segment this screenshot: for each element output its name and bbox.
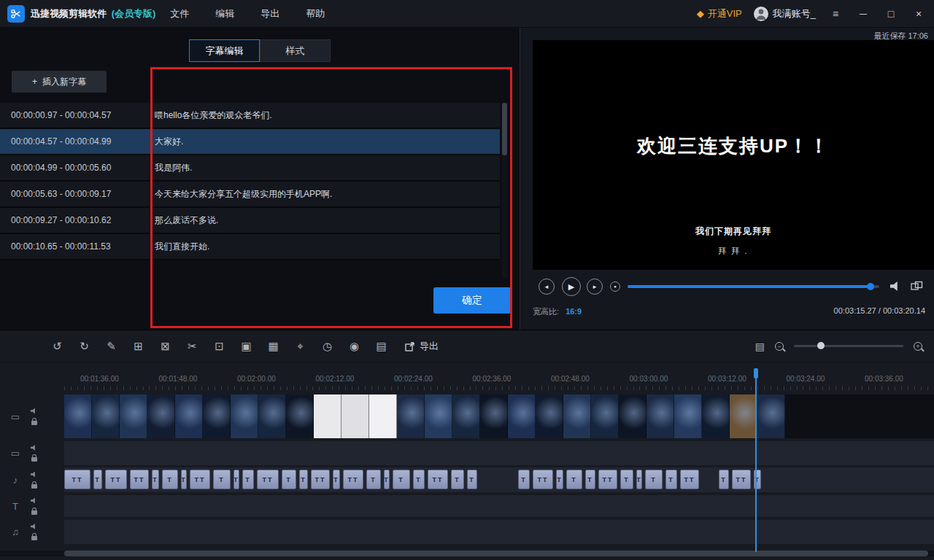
video-thumbnail[interactable] [203,394,231,438]
empty-track-area[interactable] [64,520,934,544]
video-thumbnail[interactable] [175,394,203,438]
timeline-hscrollbar[interactable] [0,551,934,556]
undo-icon[interactable]: ↺ [44,340,71,353]
video-thumbnail[interactable] [64,394,92,438]
confirm-button[interactable]: 确定 [433,287,511,314]
close-button[interactable]: × [911,8,927,20]
video-thumbnail[interactable] [674,394,702,438]
subtitle-text[interactable]: 喂hello各位亲爱的观众老爷们. [143,109,272,122]
lock-icon[interactable] [31,421,37,425]
video-thumbnail[interactable] [425,394,452,438]
volume-icon[interactable] [890,281,901,291]
subtitle-clip[interactable]: T [162,470,178,489]
video-thumbnail[interactable] [591,394,619,438]
lock-icon[interactable] [31,484,37,489]
subtitle-clip[interactable]: TT [533,470,553,489]
mute-icon[interactable] [31,445,37,451]
next-frame-button[interactable]: ▸ [587,279,603,295]
app-menu-icon[interactable]: ≡ [827,8,844,20]
timeline-hscrollbar-thumb[interactable] [64,551,928,556]
minimize-button[interactable]: ─ [855,8,871,20]
detach-preview-icon[interactable] [911,281,923,294]
edit-icon[interactable]: ✎ [98,340,125,353]
subtitle-clip[interactable]: TT [257,470,279,489]
subtitle-clip[interactable]: T [566,470,582,489]
subtitle-text[interactable]: 今天来给大家分享五个超级实用的手机APP啊. [143,188,332,201]
menu-item[interactable]: 导出 [260,7,279,20]
video-thumbnail[interactable] [563,394,591,438]
video-thumbnail[interactable] [757,394,785,438]
video-thumbnail[interactable] [258,394,286,438]
subtitle-row[interactable]: 00:00:04.99 - 00:00:05.60我是阿伟. [0,155,500,182]
subtitle-row[interactable]: 00:00:00.97 - 00:00:04.57喂hello各位亲爱的观众老爷… [0,103,500,129]
crop-icon[interactable]: ⊞ [125,340,152,353]
video-thumbnail[interactable] [452,394,480,438]
watermark-icon[interactable]: ▤ [368,340,395,353]
export-button[interactable]: 导出 [405,340,439,353]
video-thumbnail[interactable] [92,394,120,438]
play-button[interactable]: ▶ [562,277,581,296]
lock-icon[interactable] [31,536,37,540]
menu-item[interactable]: 编辑 [215,7,234,20]
subtitle-clip[interactable]: TT [190,470,210,489]
timeline-ruler[interactable]: 00:01:36.0000:01:48.0000:02:00.0000:02:1… [0,368,934,392]
seek-slider[interactable] [628,285,879,288]
subtitle-text[interactable]: 我们直接开始. [143,241,209,253]
video-thumbnail[interactable] [286,394,314,438]
video-thumbnail[interactable] [619,394,647,438]
video-thumbnail[interactable] [730,394,757,438]
menu-item[interactable]: 帮助 [306,7,325,20]
tab-subtitle-edit[interactable]: 字幕编辑 [189,39,260,62]
record-icon[interactable]: ◉ [341,340,368,353]
mute-icon[interactable] [31,472,37,478]
seek-slider-knob[interactable] [867,283,874,290]
subtitle-clip[interactable]: TT [598,470,617,489]
aspect-ratio-value[interactable]: 16:9 [566,307,582,316]
subtitle-clip[interactable]: T [645,470,663,489]
mosaic-icon[interactable]: ▦ [260,340,287,353]
video-thumbnail[interactable] [231,394,258,438]
account-button[interactable]: 我满账号_ [754,7,816,21]
menu-item[interactable]: 文件 [170,7,189,20]
empty-track-area[interactable] [64,495,934,517]
subtitle-clip[interactable]: T [299,470,308,489]
mute-icon[interactable] [31,408,37,414]
mark-icon[interactable]: ⌖ [287,340,314,353]
maximize-button[interactable]: □ [883,8,899,20]
subtitle-clip[interactable]: T [93,470,102,489]
subtitle-clip[interactable]: T [242,470,254,489]
mute-icon[interactable] [31,498,37,504]
subtitle-clip[interactable]: T [556,470,563,489]
subtitle-clip[interactable]: TT [311,470,330,489]
subtitle-clip[interactable]: T [393,470,410,489]
subtitle-row[interactable]: 00:00:04.57 - 00:00:04.99大家好. [0,129,500,155]
subtitle-clip[interactable]: T [451,470,464,489]
pip-icon[interactable]: ▣ [233,340,260,353]
video-thumbnail[interactable] [314,394,341,438]
loop-button[interactable]: ● [610,281,620,292]
empty-track-area[interactable] [64,441,934,465]
video-thumbnail[interactable] [369,394,397,438]
track-manager-icon[interactable]: ▤ [755,341,765,352]
zoom-in-icon[interactable]: + [914,342,922,351]
subtitle-clip[interactable]: TT [130,470,149,489]
previous-frame-button[interactable]: ◂ [539,279,555,295]
redo-icon[interactable]: ↻ [71,340,98,353]
speed-icon[interactable]: ◷ [314,340,341,353]
mute-icon[interactable] [31,524,37,529]
subtitle-clip[interactable]: T [333,470,340,489]
subtitle-clip[interactable]: T [620,470,633,489]
tab-style[interactable]: 样式 [260,39,331,62]
split-icon[interactable]: ✂ [179,340,206,353]
video-thumbnail[interactable] [702,394,730,438]
subtitle-row[interactable]: 00:00:10.65 - 00:00:11.53我们直接开始. [0,234,500,260]
video-thumbnail[interactable] [120,394,147,438]
video-thumbnail[interactable] [647,394,674,438]
subtitle-clip[interactable]: T [282,470,296,489]
subtitle-clip[interactable]: T [665,470,677,489]
delete-icon[interactable]: ⊠ [152,340,179,353]
video-thumbnail[interactable] [397,394,425,438]
subtitle-clip[interactable]: T [413,470,425,489]
subtitle-row[interactable]: 00:00:09.27 - 00:00:10.62那么废话不多说. [0,208,500,234]
video-thumbnail[interactable] [480,394,508,438]
